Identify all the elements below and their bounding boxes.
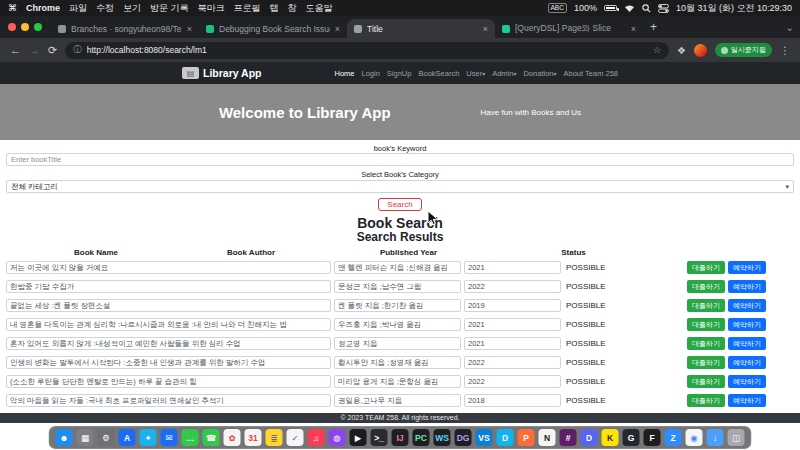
menubar-menu-item[interactable]: 탭: [270, 2, 279, 15]
published-year-field[interactable]: [464, 280, 561, 293]
profile-sync-badge[interactable]: 일시중지됨: [715, 43, 772, 57]
control-center-icon[interactable]: [658, 4, 669, 13]
dock-app-icon[interactable]: G: [623, 429, 640, 446]
published-year-field[interactable]: [464, 356, 561, 369]
browser-tab[interactable]: Debugging Book Search Issue... ×: [199, 19, 347, 38]
dock-app-icon[interactable]: ♫: [308, 429, 325, 446]
tab-close-icon[interactable]: ×: [187, 24, 192, 34]
reserve-button[interactable]: 예약하기: [728, 261, 766, 274]
loan-button[interactable]: 대출하기: [687, 261, 725, 274]
reserve-button[interactable]: 예약하기: [728, 337, 766, 350]
reserve-button[interactable]: 예약하기: [728, 356, 766, 369]
chrome-menu-icon[interactable]: ⋮: [780, 45, 790, 56]
loan-button[interactable]: 대출하기: [687, 394, 725, 407]
input-source-indicator[interactable]: ABC: [548, 3, 567, 13]
dock-app-icon[interactable]: K: [602, 429, 619, 446]
book-name-field[interactable]: [6, 356, 331, 369]
dock-app-icon[interactable]: WS: [434, 429, 451, 446]
dock-app-icon[interactable]: ≣: [266, 429, 283, 446]
nav-link[interactable]: Login▾: [361, 69, 379, 78]
published-year-field[interactable]: [464, 299, 561, 312]
apple-menu-icon[interactable]: ⌘: [8, 3, 17, 13]
tab-close-icon[interactable]: ×: [483, 24, 488, 34]
dock-app-icon[interactable]: >_: [371, 429, 388, 446]
bookmark-star-icon[interactable]: ☆: [653, 45, 661, 55]
search-button[interactable]: Search: [378, 198, 421, 211]
book-name-field[interactable]: [6, 261, 331, 274]
dock-app-icon[interactable]: PC: [413, 429, 430, 446]
window-control-dot[interactable]: [34, 23, 42, 31]
browser-tab[interactable]: [QueryDSL] Page와 Slice ×: [495, 19, 643, 38]
wifi-icon[interactable]: [624, 4, 635, 13]
reserve-button[interactable]: 예약하기: [728, 318, 766, 331]
menubar-menu-item[interactable]: 북마크: [198, 2, 225, 15]
menubar-clock[interactable]: 10월 31일 (화) 오전 10:29:30: [676, 2, 792, 15]
profile-avatar[interactable]: [694, 44, 707, 57]
dock-app-icon[interactable]: VS: [476, 429, 493, 446]
published-year-field[interactable]: [464, 375, 561, 388]
published-year-field[interactable]: [464, 261, 561, 274]
loan-button[interactable]: 대출하기: [687, 299, 725, 312]
dock-app-icon[interactable]: …: [182, 429, 199, 446]
book-author-field[interactable]: [334, 356, 461, 369]
dock-app-icon[interactable]: ✉: [161, 429, 178, 446]
nav-link[interactable]: Home▾: [334, 69, 354, 78]
loan-button[interactable]: 대출하기: [687, 280, 725, 293]
dock-app-icon[interactable]: ⚙: [98, 429, 115, 446]
menubar-menu-item[interactable]: 프로필: [234, 2, 261, 15]
dock-app-icon[interactable]: IJ: [392, 429, 409, 446]
book-author-field[interactable]: [334, 375, 461, 388]
extensions-icon[interactable]: ❖: [677, 45, 686, 56]
brand[interactable]: ▤ Library App: [182, 67, 262, 79]
dock-app-icon[interactable]: ◫: [728, 429, 745, 446]
browser-tab[interactable]: Title ×: [347, 19, 495, 38]
dock-app-icon[interactable]: ☎: [203, 429, 220, 446]
menubar-menu-item[interactable]: 파일: [69, 2, 87, 15]
nav-link[interactable]: Donation▾: [523, 69, 556, 78]
dock-app-icon[interactable]: ☻: [56, 429, 73, 446]
book-author-field[interactable]: [334, 337, 461, 350]
search-icon[interactable]: [642, 4, 651, 13]
dock-app-icon[interactable]: ▦: [77, 429, 94, 446]
dock-app-icon[interactable]: ✿: [224, 429, 241, 446]
category-select[interactable]: 전체 카테고리 ▾: [6, 180, 794, 193]
window-control-dot[interactable]: [8, 23, 16, 31]
dock-app-icon[interactable]: ↓: [707, 429, 724, 446]
window-control-dot[interactable]: [21, 23, 29, 31]
dock-app-icon[interactable]: ◉: [686, 429, 703, 446]
nav-link[interactable]: Admin▾: [492, 69, 516, 78]
nav-link[interactable]: About Team 258▾: [564, 69, 619, 78]
book-name-field[interactable]: [6, 280, 331, 293]
tab-close-icon[interactable]: ×: [335, 24, 340, 34]
dock-app-icon[interactable]: N: [539, 429, 556, 446]
dock-app-icon[interactable]: ◍: [329, 429, 346, 446]
book-name-field[interactable]: [6, 394, 331, 407]
menubar-menu-item[interactable]: 방문 기록: [150, 2, 189, 15]
menubar-menu-item[interactable]: 창: [288, 2, 297, 15]
published-year-field[interactable]: [464, 394, 561, 407]
reserve-button[interactable]: 예약하기: [728, 299, 766, 312]
dock-app-icon[interactable]: DG: [455, 429, 472, 446]
dock-app-icon[interactable]: 31: [245, 429, 262, 446]
book-author-field[interactable]: [334, 280, 461, 293]
published-year-field[interactable]: [464, 318, 561, 331]
book-author-field[interactable]: [334, 299, 461, 312]
book-title-input[interactable]: [6, 153, 794, 166]
book-author-field[interactable]: [334, 394, 461, 407]
reserve-button[interactable]: 예약하기: [728, 280, 766, 293]
menubar-app-name[interactable]: Chrome: [26, 3, 60, 13]
dock-app-icon[interactable]: D: [581, 429, 598, 446]
book-name-field[interactable]: [6, 337, 331, 350]
dock-app-icon[interactable]: P: [518, 429, 535, 446]
menubar-menu-item[interactable]: 수정: [96, 2, 114, 15]
site-info-icon[interactable]: ⓘ: [73, 44, 82, 56]
back-button[interactable]: ←: [10, 45, 21, 56]
tab-close-icon[interactable]: ×: [631, 24, 636, 34]
reserve-button[interactable]: 예약하기: [728, 394, 766, 407]
dock-app-icon[interactable]: ✓: [287, 429, 304, 446]
published-year-field[interactable]: [464, 337, 561, 350]
nav-link[interactable]: SignUp▾: [387, 69, 412, 78]
book-name-field[interactable]: [6, 299, 331, 312]
loan-button[interactable]: 대출하기: [687, 356, 725, 369]
book-name-field[interactable]: [6, 318, 331, 331]
